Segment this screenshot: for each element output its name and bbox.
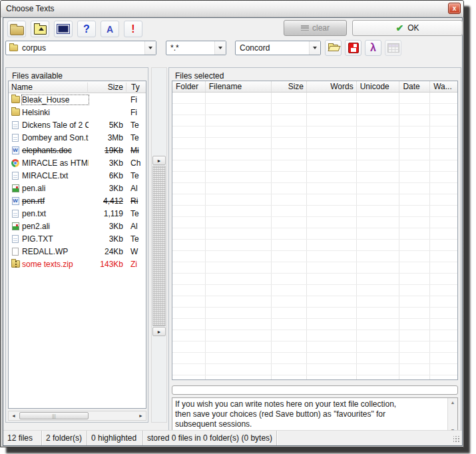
file-type: Al (126, 184, 146, 193)
empty-grid-row (172, 240, 457, 251)
file-size: 3Mb (89, 133, 126, 142)
text-file-icon (12, 172, 19, 180)
file-size: 143Kb (89, 260, 126, 269)
files-selected-header: Folder Filename Size Words Unicode Date … (172, 81, 457, 93)
file-row[interactable]: MIRACLE.txt 6Kb Te (9, 169, 146, 182)
horizontal-scrollbar[interactable]: ◄ ||| ► (8, 411, 146, 421)
text-file-icon (12, 121, 19, 129)
status-bar: 12 files 2 folder(s) 0 highlighted store… (3, 430, 462, 445)
acrobat-button[interactable]: λ (365, 40, 381, 56)
scroll-up-arrow-icon[interactable]: ▲ (451, 399, 455, 406)
notes-title-input[interactable] (172, 385, 458, 395)
transfer-right-bottom-button[interactable]: ► (152, 327, 166, 336)
page-file-icon (12, 248, 19, 256)
tool-combobox[interactable]: Concord (235, 41, 321, 55)
open-favourites-button[interactable] (325, 40, 342, 56)
column-header-folder[interactable]: Folder (172, 81, 205, 92)
status-stored-summary: stored 0 files in 0 folder(s) (0 bytes) (143, 431, 277, 445)
panel-divider: ► ► (151, 67, 167, 423)
notes-text[interactable]: If you wish you can write notes here on … (172, 398, 447, 435)
files-available-title: Files available (12, 71, 63, 81)
clear-button-label: clear (312, 23, 330, 33)
files-selected-table[interactable]: Folder Filename Size Words Unicode Date … (172, 81, 458, 380)
folder-button[interactable] (7, 21, 26, 37)
empty-grid-row (172, 149, 457, 160)
important-button[interactable]: ! (124, 21, 142, 37)
file-type: Ri (126, 196, 146, 206)
empty-grid-row (172, 308, 457, 319)
file-type: Te (126, 234, 146, 244)
scroll-right-arrow-icon[interactable]: ► (136, 411, 146, 420)
file-name: pen2.ali (22, 222, 89, 231)
file-size: 3Kb (89, 158, 126, 168)
scroll-left-arrow-icon[interactable]: ◄ (9, 411, 19, 420)
font-icon: A (107, 24, 113, 35)
save-icon (348, 43, 359, 53)
tool-combobox-value: Concord (240, 43, 270, 53)
file-name: some texts.zip (22, 260, 89, 269)
notes-scrollbar[interactable]: ▲ ▼ (447, 398, 457, 435)
font-button[interactable]: A (101, 21, 119, 37)
file-type: Mi (126, 146, 146, 155)
files-selected-panel: Files selected Folder Filename Size Word… (168, 67, 461, 437)
help-button[interactable]: ? (77, 21, 96, 37)
file-row[interactable]: elephants.doc 19Kb Mi (9, 144, 146, 156)
file-type: Te (126, 209, 146, 218)
file-row[interactable]: Helsinki Fi (9, 106, 146, 118)
file-type: W (126, 247, 146, 256)
arrow-right-icon: ► (157, 330, 162, 334)
display-button[interactable] (54, 21, 73, 37)
chevron-down-icon (218, 47, 222, 49)
column-header-unicode[interactable]: Unicode (356, 81, 399, 92)
file-row[interactable]: Dickens Tale of 2 Ci... 5Kb Te (9, 118, 146, 131)
file-row[interactable]: pen.txt 1,119 Te (9, 207, 146, 220)
file-size: 24Kb (89, 247, 126, 256)
ok-button-label: OK (407, 23, 419, 33)
resize-grip[interactable] (453, 436, 460, 443)
file-type: Ch (126, 158, 146, 168)
file-row[interactable]: Bleak_House Fi (9, 93, 146, 106)
column-header-words[interactable]: Words (306, 81, 356, 92)
ok-button[interactable]: ✔ OK (352, 20, 463, 36)
file-type: Al (126, 222, 146, 231)
scrollbar-thumb[interactable]: ||| (19, 412, 89, 419)
transfer-right-top-button[interactable]: ► (152, 156, 166, 165)
tool-combobox-dropdown[interactable] (309, 41, 320, 55)
filespec-combobox-value: *.* (170, 43, 179, 53)
save-favourites-button[interactable] (345, 40, 361, 56)
file-row[interactable]: Dombey and Son.txt 3Mb Te (9, 131, 146, 144)
clear-button[interactable]: clear (284, 20, 347, 36)
file-row[interactable]: pen.ali 3Kb Al (9, 182, 146, 194)
close-icon: x (453, 5, 457, 12)
file-row[interactable]: PIG.TXT 3Kb Te (9, 232, 146, 245)
close-button[interactable]: x (448, 3, 461, 14)
file-row[interactable]: some texts.zip 143Kb Zi (9, 258, 146, 270)
column-header-size[interactable]: Size (271, 81, 306, 92)
chevron-down-icon (148, 47, 152, 49)
folder-combobox[interactable]: corpus (5, 41, 156, 55)
title-bar[interactable]: Choose Texts x (1, 1, 463, 17)
folder-up-icon (34, 25, 47, 35)
splitter-texture[interactable] (152, 166, 166, 326)
filespec-combobox[interactable]: *.* (166, 41, 226, 55)
file-row[interactable]: pen.rtf 4,412 Ri (9, 194, 146, 207)
filespec-combobox-dropdown[interactable] (214, 41, 226, 55)
files-available-list[interactable]: Name Size Ty Bleak_House Fi Helsinki Fi … (8, 81, 146, 409)
column-header-date[interactable]: Date (399, 81, 429, 92)
file-type: Fi (126, 95, 146, 105)
file-size: 1,119 (89, 209, 126, 218)
column-header-wait[interactable]: Wa... (429, 81, 457, 92)
column-header-filename[interactable]: Filename (205, 81, 272, 92)
file-row[interactable]: REDALL.WP 24Kb W (9, 245, 146, 258)
file-row[interactable]: pen2.ali 3Kb Al (9, 220, 146, 232)
empty-grid-row (172, 353, 457, 364)
file-name: REDALL.WP (22, 247, 89, 256)
column-header-name[interactable]: Name (9, 83, 87, 92)
closed-folder-icon (10, 26, 24, 35)
column-header-size[interactable]: Size (87, 83, 126, 92)
table-view-button (385, 40, 401, 56)
file-row[interactable]: MIRACLE as HTML.... 3Kb Ch (9, 156, 146, 169)
column-header-type[interactable]: Ty (126, 83, 146, 92)
folder-combobox-dropdown[interactable] (144, 41, 156, 55)
folder-up-button[interactable] (31, 21, 49, 37)
